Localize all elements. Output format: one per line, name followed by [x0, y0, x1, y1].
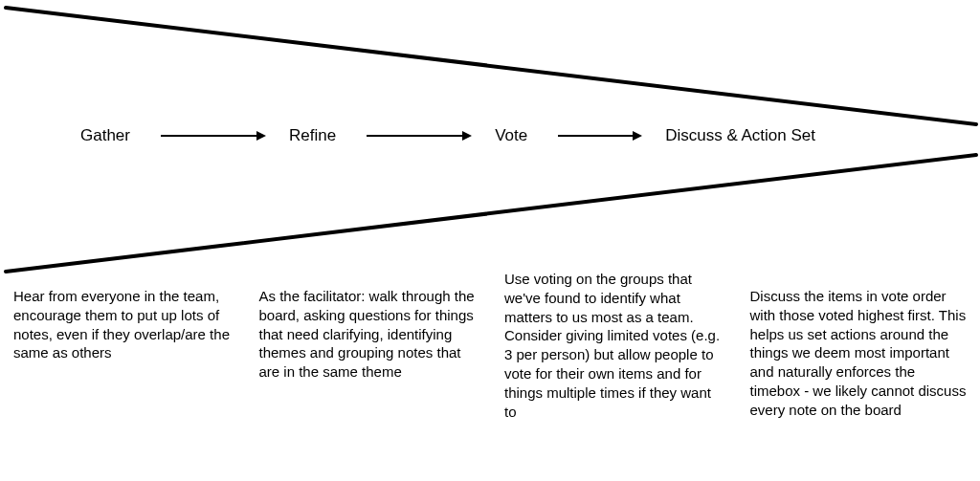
stage-flow: Gather Refine Vote Discuss & Action Set [0, 126, 980, 145]
stage-label-discuss: Discuss & Action Set [665, 126, 815, 145]
stage-description-refine: As the facilitator: walk through the boa… [259, 287, 477, 421]
arrow-icon [367, 129, 472, 142]
svg-marker-5 [462, 131, 472, 141]
stage-description-vote: Use voting on the groups that we've foun… [504, 270, 722, 421]
stage-label-vote: Vote [495, 126, 527, 145]
stage-label-gather: Gather [80, 126, 130, 145]
stage-label-refine: Refine [289, 126, 336, 145]
stage-description-gather: Hear from everyone in the team, encourag… [13, 287, 231, 421]
svg-line-1 [6, 155, 976, 272]
arrow-icon [558, 129, 642, 142]
arrow-icon [161, 129, 266, 142]
svg-marker-3 [256, 131, 266, 141]
stage-description-discuss: Discuss the items in vote order with tho… [750, 287, 968, 421]
svg-line-0 [6, 8, 976, 124]
svg-marker-7 [633, 131, 642, 141]
stage-descriptions: Hear from everyone in the team, encourag… [13, 287, 967, 421]
